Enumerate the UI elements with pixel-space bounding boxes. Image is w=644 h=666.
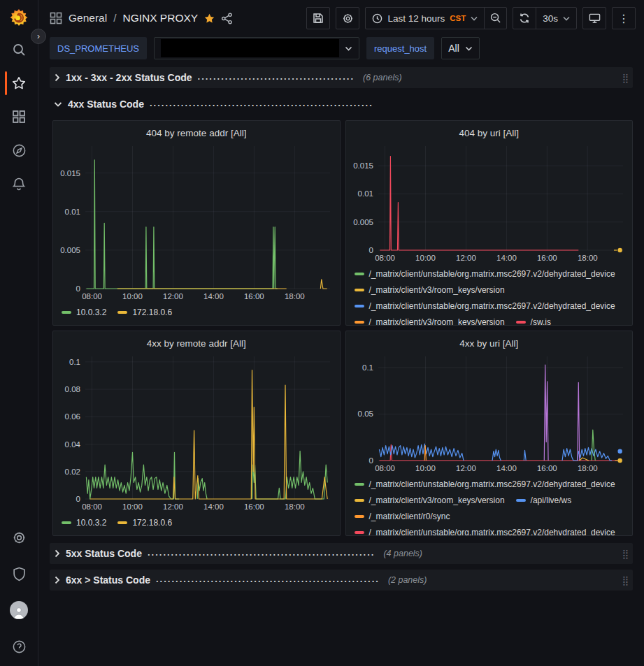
svg-text:10:00: 10:00 <box>415 464 436 472</box>
row-leader-dots: ........................................… <box>148 547 375 558</box>
chevron-down-icon <box>563 16 570 21</box>
svg-text:0.04: 0.04 <box>65 440 81 449</box>
dashboard-header: General / NGINX PROXY Last 12 hours CST <box>38 0 644 36</box>
panel-404-by-remote-addr: 404 by remote addr [All] 08:0010:0012:00… <box>52 120 341 326</box>
sidebar-item-help[interactable] <box>0 630 38 663</box>
time-range-label: Last 12 hours <box>387 13 445 24</box>
shield-icon <box>13 567 26 581</box>
tv-group <box>582 7 606 29</box>
legend-item[interactable]: /api/live/ws <box>516 493 572 507</box>
settings-group <box>336 7 359 29</box>
legend-item[interactable]: 172.18.0.6 <box>117 516 172 530</box>
time-range-picker[interactable]: Last 12 hours CST <box>366 8 484 29</box>
sidebar-item-search[interactable] <box>0 33 38 66</box>
svg-text:08:00: 08:00 <box>82 292 102 301</box>
chevron-down-icon <box>345 46 352 51</box>
sidebar-item-profile[interactable] <box>0 593 38 627</box>
legend-label: 172.18.0.6 <box>132 516 172 530</box>
panel-4xx-by-remote-addr: 4xx by remote addr [All] 08:0010:0012:00… <box>52 331 341 536</box>
timeseries-plot[interactable]: 08:0010:0012:0014:0016:0018:0000.050.1 <box>346 351 633 475</box>
more-options-button[interactable]: ⋮ <box>613 8 635 29</box>
zoom-out-button[interactable] <box>484 8 506 29</box>
save-dashboard-button[interactable] <box>307 8 329 29</box>
svg-text:10:00: 10:00 <box>122 292 143 301</box>
dashboard-content: 1xx - 3xx - 2xx Status Code ............… <box>38 64 644 591</box>
svg-text:18:00: 18:00 <box>577 254 597 262</box>
row-leader-dots: ........................................ <box>198 71 355 82</box>
grafana-logo[interactable] <box>8 8 29 29</box>
refresh-button[interactable] <box>513 8 536 29</box>
row-6xx[interactable]: 6xx > Status Code ......................… <box>50 570 633 591</box>
panel-legend: 10.0.3.2172.18.0.6 <box>53 303 340 325</box>
share-icon <box>221 13 233 24</box>
timeseries-plot[interactable]: 08:0010:0012:0014:0016:0018:0000.020.040… <box>53 351 340 514</box>
favorite-star-button[interactable] <box>203 13 215 24</box>
variable-select-request-host[interactable]: All <box>441 37 480 59</box>
legend-label: /_matrix/client/unstable/org.matrix.msc2… <box>369 477 615 491</box>
sidebar-item-server-admin[interactable] <box>0 557 38 591</box>
share-button[interactable] <box>221 13 233 24</box>
legend-swatch <box>355 515 364 518</box>
legend-swatch <box>516 499 526 502</box>
row-drag-handle[interactable]: ⣿ <box>622 576 629 585</box>
legend-swatch <box>62 311 71 314</box>
legend-item[interactable]: /_matrix/client/v3/room_keys/version <box>355 315 505 326</box>
legend-item[interactable]: /_matrix/client/unstable/org.matrix.msc2… <box>355 477 615 491</box>
svg-text:0.005: 0.005 <box>353 218 373 226</box>
panel-title[interactable]: 4xx by uri [All] <box>346 331 633 351</box>
timeseries-plot[interactable]: 08:0010:0012:0014:0016:0018:0000.0050.01… <box>53 140 340 303</box>
svg-text:18:00: 18:00 <box>285 502 305 511</box>
legend-item[interactable]: /_matrix/client/unstable/org.matrix.msc2… <box>355 299 615 313</box>
sidebar-item-configuration[interactable] <box>0 521 38 554</box>
timeseries-plot[interactable]: 08:0010:0012:0014:0016:0018:0000.0050.01… <box>346 140 633 265</box>
row-5xx[interactable]: 5xx Status Code ........................… <box>50 543 633 564</box>
panel-title[interactable]: 404 by uri [All] <box>346 121 633 140</box>
legend-item[interactable]: /_matrix/client/v3/room_keys/version <box>355 493 505 507</box>
sidebar-item-dashboards[interactable] <box>0 100 38 133</box>
row-panel-count: (4 panels) <box>383 549 422 558</box>
legend-item[interactable]: /_matrix/client/unstable/org.matrix.msc2… <box>355 267 615 281</box>
sidebar-item-starred[interactable] <box>0 66 38 100</box>
star-icon <box>11 75 27 91</box>
legend-item[interactable]: /_matrix/client/unstable/org.matrix.msc2… <box>355 526 615 536</box>
variable-select-ds-prometheus[interactable] <box>154 37 359 59</box>
legend-item[interactable]: 10.0.3.2 <box>62 516 106 530</box>
legend-item[interactable]: /_matrix/client/v3/room_keys/version <box>355 283 505 297</box>
refresh-interval-picker[interactable]: 30s <box>536 8 576 29</box>
gear-icon <box>342 13 354 24</box>
panel-title[interactable]: 4xx by remote addr [All] <box>53 331 340 351</box>
compass-icon <box>12 143 27 158</box>
sidebar-item-explore[interactable] <box>0 133 38 167</box>
legend-label: /_matrix/client/v3/room_keys/version <box>369 493 505 507</box>
legend-item[interactable]: 10.0.3.2 <box>62 305 106 319</box>
row-drag-handle[interactable]: ⣿ <box>622 549 629 558</box>
row-drag-handle[interactable]: ⣿ <box>622 73 629 82</box>
dashboard-settings-button[interactable] <box>336 8 359 29</box>
legend-label: /_matrix/client/unstable/org.matrix.msc2… <box>369 299 615 313</box>
star-filled-icon <box>203 13 215 24</box>
row-4xx[interactable]: 4xx Status Code ........................… <box>50 94 633 115</box>
legend-item[interactable]: /_matrix/client/r0/sync <box>355 509 450 523</box>
chevron-right-icon <box>54 73 60 82</box>
refresh-interval-value: 30s <box>543 13 558 24</box>
svg-text:16:00: 16:00 <box>536 464 557 472</box>
legend-swatch <box>355 499 364 502</box>
chevron-right-icon <box>54 549 60 558</box>
svg-text:08:00: 08:00 <box>82 502 102 511</box>
sidebar-item-alerting[interactable] <box>0 167 38 201</box>
breadcrumb-section[interactable]: General <box>69 12 107 24</box>
legend-item[interactable]: 172.18.0.6 <box>117 305 172 319</box>
variable-label-request-host: request_host <box>366 37 434 59</box>
cycle-view-mode-button[interactable] <box>583 8 606 29</box>
svg-text:0.01: 0.01 <box>65 208 80 216</box>
svg-text:10:00: 10:00 <box>415 254 436 262</box>
legend-item[interactable]: /sw.js <box>516 315 551 326</box>
legend-label: /_matrix/client/v3/room_keys/version <box>369 315 505 326</box>
svg-text:0.005: 0.005 <box>60 246 80 254</box>
svg-text:14:00: 14:00 <box>203 292 224 301</box>
svg-text:0.1: 0.1 <box>69 358 80 366</box>
svg-text:0.015: 0.015 <box>353 161 373 170</box>
row-1xx-3xx-2xx[interactable]: 1xx - 3xx - 2xx Status Code ............… <box>50 67 633 88</box>
panel-title[interactable]: 404 by remote addr [All] <box>53 121 340 140</box>
variable-value-redacted <box>161 39 339 57</box>
